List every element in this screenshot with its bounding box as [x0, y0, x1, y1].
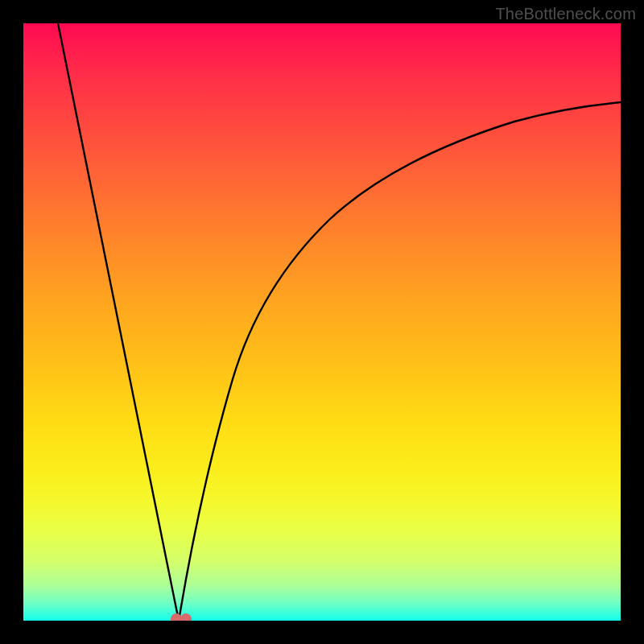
curve-layer	[23, 23, 621, 621]
v-curve	[58, 23, 621, 621]
attribution-label: TheBottleneck.com	[495, 5, 636, 23]
plot-area	[23, 23, 621, 621]
min-marker-b	[180, 613, 192, 621]
chart-frame: TheBottleneck.com	[0, 0, 644, 644]
